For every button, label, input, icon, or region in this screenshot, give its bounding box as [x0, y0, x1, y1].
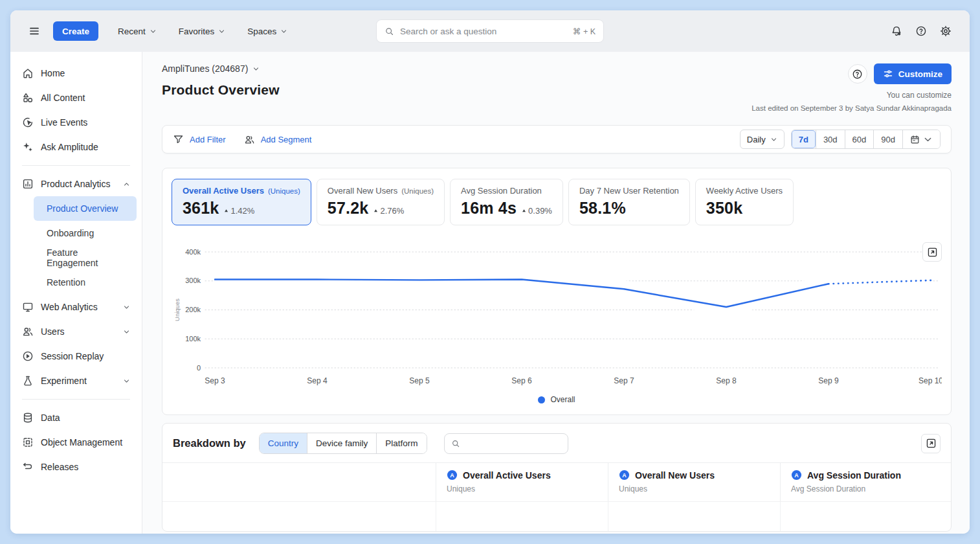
metric-card-weekly-active-users[interactable]: Weekly Active Users350k	[695, 179, 794, 225]
metric-card-overall-new-users[interactable]: Overall New Users(Uniques)57.2k2.76%	[317, 179, 445, 225]
add-filter-button[interactable]: Add Filter	[173, 134, 226, 145]
metric-delta: 1.42%	[223, 206, 254, 216]
range-30d[interactable]: 30d	[816, 130, 845, 148]
svg-text:300k: 300k	[185, 277, 201, 284]
customize-hint: You can customize	[887, 91, 952, 100]
date-picker-button[interactable]	[902, 130, 940, 148]
range-60d[interactable]: 60d	[845, 130, 874, 148]
calendar-icon	[910, 135, 920, 144]
chart-expand-button[interactable]	[922, 242, 942, 262]
metric-delta-value: 0.39%	[528, 206, 552, 216]
sidebar-item-product-overview[interactable]: Product Overview	[34, 196, 137, 221]
column-header-overall-new-users[interactable]: AOverall New UsersUniques	[608, 463, 780, 501]
sidebar-item-retention[interactable]: Retention	[34, 270, 137, 295]
customize-label: Customize	[898, 69, 942, 79]
column-title: AOverall Active Users	[447, 470, 597, 481]
range-90d[interactable]: 90d	[873, 130, 902, 148]
chevron-down-icon	[150, 28, 157, 35]
sidebar-item-home[interactable]: Home	[16, 61, 137, 85]
sidebar-item-label: Home	[41, 68, 65, 78]
outer-frame: Create RecentFavoritesSpaces ⌘ + K HomeA…	[0, 0, 980, 544]
help-button[interactable]	[911, 21, 931, 41]
search-shortcut: ⌘ + K	[573, 27, 596, 36]
customize-button[interactable]: Customize	[874, 63, 952, 84]
line-chart[interactable]: 400k300k200k100k0UniquesSep 3Sep 4Sep 5S…	[172, 240, 942, 390]
sidebar-divider	[22, 165, 130, 166]
sidebar-nav: HomeAll ContentLive EventsAsk AmplitudeP…	[16, 61, 137, 479]
svg-text:400k: 400k	[185, 248, 201, 256]
add-segment-button[interactable]: Add Segment	[244, 134, 312, 145]
page-header: AmpliTunes (204687) Product Overview Cus…	[162, 63, 952, 112]
chevron-down-icon	[252, 65, 260, 73]
settings-button[interactable]	[936, 21, 955, 41]
sidebar-item-web-analytics[interactable]: Web Analytics	[16, 295, 137, 319]
metric-card-day-7-new-user-retention[interactable]: Day 7 New User Retention58.1%	[568, 179, 690, 225]
sidebar-item-ask-amplitude[interactable]: Ask Amplitude	[16, 135, 137, 159]
notifications-button[interactable]	[887, 21, 906, 41]
sidebar-item-label: Live Events	[41, 117, 87, 128]
breakdown-tab-device-family[interactable]: Device family	[307, 433, 376, 453]
chevron-down-icon	[218, 28, 225, 35]
sidebar-item-feature-engagement[interactable]: Feature Engagement	[34, 245, 137, 270]
metric-title-text: Overall Active Users	[183, 186, 264, 196]
metric-value-row: 58.1%	[579, 199, 679, 218]
breakdown-search[interactable]	[444, 433, 568, 454]
metric-delta-value: 1.42%	[230, 206, 254, 216]
sidebar-item-label: Experiment	[41, 376, 87, 386]
menu-spaces[interactable]: Spaces	[247, 27, 287, 36]
sidebar-item-label: Session Replay	[41, 351, 104, 361]
breakdown-group-column	[162, 463, 436, 501]
menu-favorites[interactable]: Favorites	[179, 27, 226, 36]
sidebar-item-product-analytics[interactable]: Product Analytics	[16, 172, 137, 196]
metric-value-row: 16m 4s0.39%	[461, 199, 552, 218]
sidebar-item-label: All Content	[41, 93, 85, 103]
metric-value: 16m 4s	[461, 199, 517, 218]
sidebar-item-users[interactable]: Users	[16, 319, 137, 344]
breakdown-tabs: CountryDevice familyPlatform	[259, 433, 427, 454]
sidebar-item-releases[interactable]: Releases	[16, 455, 137, 479]
column-subtitle: Uniques	[447, 484, 597, 493]
column-subtitle: Avg Session Duration	[791, 484, 942, 493]
granularity-select[interactable]: Daily	[740, 130, 785, 149]
breakdown-search-input[interactable]	[465, 438, 579, 448]
chevron-down-icon	[123, 378, 130, 385]
live-events-icon	[22, 117, 34, 128]
metric-title: Avg Session Duration	[461, 186, 552, 196]
app-window: Create RecentFavoritesSpaces ⌘ + K HomeA…	[10, 10, 970, 534]
sidebar-item-session-replay[interactable]: Session Replay	[16, 344, 137, 368]
hamburger-menu-button[interactable]	[25, 21, 44, 41]
sidebar-item-data[interactable]: Data	[16, 405, 137, 430]
chevron-down-icon	[123, 304, 130, 311]
search-input[interactable]	[400, 27, 567, 36]
metric-card-avg-session-duration[interactable]: Avg Session Duration16m 4s0.39%	[450, 179, 563, 225]
metric-value-row: 57.2k2.76%	[328, 199, 434, 218]
breakdown-tab-country[interactable]: Country	[260, 433, 307, 453]
sidebar-item-onboarding[interactable]: Onboarding	[34, 221, 137, 245]
metric-delta-value: 2.76%	[380, 206, 404, 216]
metric-card-overall-active-users[interactable]: Overall Active Users(Uniques)361k1.42%	[172, 179, 311, 225]
metric-title-text: Avg Session Duration	[461, 186, 542, 196]
column-header-overall-active-users[interactable]: AOverall Active UsersUniques	[436, 463, 608, 501]
sidebar-item-experiment[interactable]: Experiment	[16, 368, 137, 393]
caret-up-icon	[223, 208, 229, 214]
caret-up-icon	[521, 208, 527, 214]
project-picker[interactable]: AmpliTunes (204687)	[162, 63, 260, 74]
sidebar-item-object-management[interactable]: Object Management	[16, 430, 137, 455]
add-filter-label: Add Filter	[190, 135, 226, 144]
topbar-menus: RecentFavoritesSpaces	[118, 27, 287, 36]
global-search[interactable]: ⌘ + K	[376, 19, 604, 43]
sidebar-item-all-content[interactable]: All Content	[16, 85, 137, 110]
breakdown-expand-button[interactable]	[921, 434, 941, 453]
caret-up-icon	[373, 208, 379, 214]
breakdown-tab-platform[interactable]: Platform	[376, 433, 426, 453]
column-header-avg-session-duration[interactable]: AAvg Session DurationAvg Session Duratio…	[780, 463, 952, 501]
range-7d[interactable]: 7d	[792, 130, 816, 148]
page-help-button[interactable]	[848, 64, 867, 84]
create-button[interactable]: Create	[53, 21, 98, 41]
add-segment-label: Add Segment	[261, 135, 312, 144]
main-content: AmpliTunes (204687) Product Overview Cus…	[142, 52, 970, 534]
menu-recent[interactable]: Recent	[118, 27, 157, 36]
sidebar-item-live-events[interactable]: Live Events	[16, 110, 137, 135]
metric-a-icon: A	[447, 470, 458, 481]
metric-value: 361k	[183, 199, 219, 218]
